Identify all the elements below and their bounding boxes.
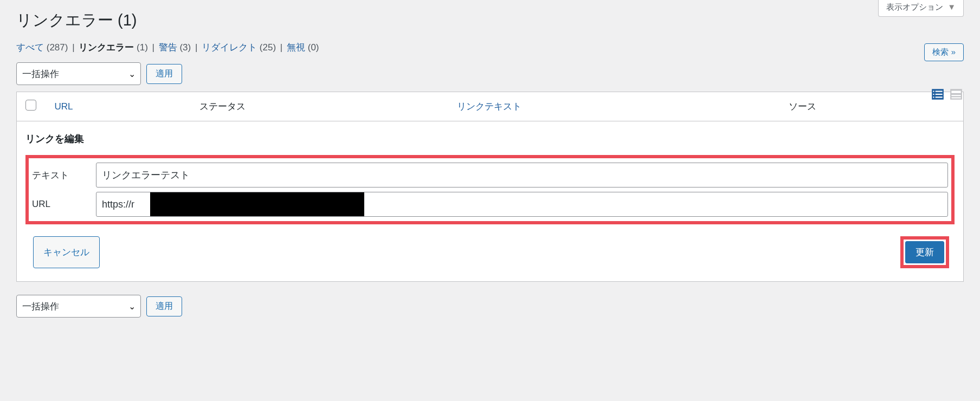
filter-all[interactable]: すべて [16, 42, 44, 53]
filter-ignore[interactable]: 無視 [287, 42, 305, 53]
screen-options-button[interactable]: 表示オプション ▼ [878, 0, 964, 17]
view-list-icon[interactable] [930, 87, 945, 102]
svg-rect-2 [936, 91, 943, 92]
edit-text-input[interactable] [96, 163, 948, 187]
svg-rect-5 [933, 96, 934, 98]
filter-warning-count: (3) [179, 42, 191, 53]
edit-fields-highlight: テキスト URL [25, 155, 955, 224]
chevron-down-icon: ▼ [947, 2, 956, 11]
update-button[interactable]: 更新 [905, 241, 944, 263]
filter-subnav: すべて (287) | リンクエラー (1) | 警告 (3) | リダイレクト… [16, 41, 964, 54]
filter-warning[interactable]: 警告 [159, 42, 177, 53]
filter-redirect-count: (25) [260, 42, 276, 53]
view-excerpt-icon[interactable] [949, 87, 964, 102]
filter-redirect[interactable]: リダイレクト [202, 42, 257, 53]
edit-text-label: テキスト [32, 169, 96, 182]
bulk-action-select-bottom[interactable]: 一括操作 [16, 295, 141, 318]
select-all-checkbox[interactable] [25, 100, 36, 111]
inline-edit-row: リンクを編集 テキスト URL [17, 121, 964, 282]
svg-rect-3 [933, 94, 934, 95]
filter-linkerror[interactable]: リンクエラー [79, 42, 134, 53]
col-url[interactable]: URL [46, 92, 191, 121]
screen-options-label: 表示オプション [886, 2, 943, 11]
edit-heading: リンクを編集 [25, 132, 955, 145]
bulk-action-select-top[interactable]: 一括操作 [16, 62, 141, 85]
links-table: URL ステータス リンクテキスト ソース リンクを編集 テキスト [16, 92, 964, 282]
redacted-mask [150, 192, 364, 216]
filter-ignore-count: (0) [308, 42, 319, 53]
cancel-button[interactable]: キャンセル [33, 236, 100, 268]
svg-rect-10 [951, 97, 960, 98]
col-linktext[interactable]: リンクテキスト [448, 92, 780, 121]
svg-rect-4 [936, 94, 943, 95]
edit-url-label: URL [32, 199, 96, 210]
svg-rect-6 [936, 96, 943, 98]
page-title: リンクエラー (1) [16, 0, 964, 41]
svg-rect-9 [951, 95, 960, 96]
col-status: ステータス [191, 92, 448, 121]
svg-rect-1 [933, 91, 934, 92]
svg-rect-8 [951, 91, 960, 93]
update-highlight: 更新 [900, 236, 949, 268]
filter-linkerror-count: (1) [137, 42, 148, 53]
bulk-apply-button-top[interactable]: 適用 [146, 64, 182, 84]
filter-all-count: (287) [47, 42, 68, 53]
search-button[interactable]: 検索 » [924, 43, 964, 61]
bulk-apply-button-bottom[interactable]: 適用 [146, 296, 182, 316]
